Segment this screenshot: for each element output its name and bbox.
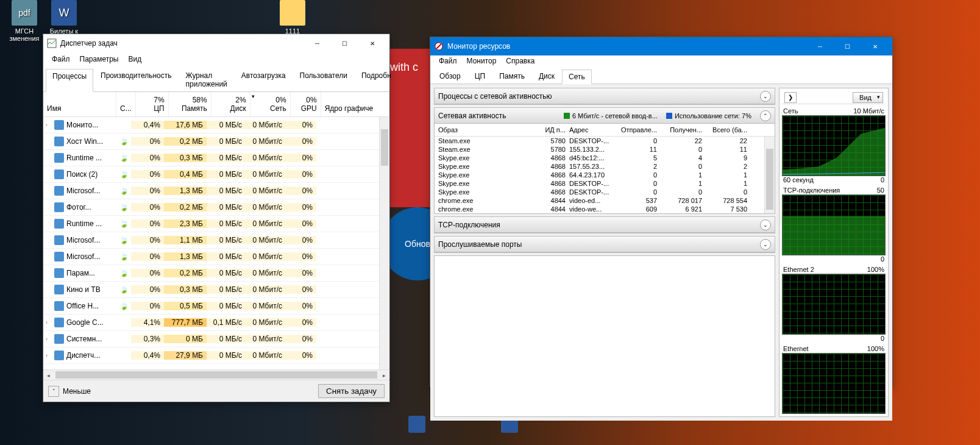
process-name: Runtime ... [66,219,102,228]
gpu-value: 0% [286,154,316,162]
process-row[interactable]: Поиск (2)🍃0%0,4 МБ0 МБ/с0 Мбит/с0% [43,166,389,183]
desktop-icon-pdf[interactable]: pdf МГСН зменения [6,0,43,42]
tab-0[interactable]: Процессы [46,69,93,92]
chevron-down-icon[interactable]: ⌄ [760,239,771,250]
menu-help[interactable]: Справка [501,55,539,66]
tab-2[interactable]: Журнал приложений [179,68,234,91]
net-row[interactable]: chrome.exe4844video-ed...537728 017728 5… [435,196,775,205]
column-gpu-engine[interactable]: Ядро графиче [321,92,389,116]
process-row[interactable]: Runtime ...🍃0%2,3 МБ0 МБ/с0 Мбит/с0% [43,216,389,232]
tab-4[interactable]: Пользователи [293,68,354,91]
cell-pid: 5780 [539,137,569,144]
process-row[interactable]: Хост Win...🍃0%0,2 МБ0 МБ/с0 Мбит/с0% [43,134,389,150]
desktop-icon-folder[interactable]: 1111 [274,0,311,35]
close-button[interactable]: ✕ [358,34,386,52]
column-cpu[interactable]: 7% ЦП [136,92,169,116]
process-row[interactable]: Фотог...🍃0%0,2 МБ0 МБ/с0 Мбит/с0% [43,199,389,216]
maximize-button[interactable]: ☐ [331,34,358,52]
tab-5[interactable]: Подробн [355,68,398,91]
column-disk[interactable]: 2% Диск [211,92,250,116]
end-task-button[interactable]: Снять задачу [318,384,385,398]
view-dropdown[interactable]: Вид [853,92,883,103]
chevron-up-icon[interactable]: ⌃ [760,110,771,121]
section-header[interactable]: Сетевая активность 6 Мбит/с - сетевой вв… [435,108,775,124]
column-status[interactable]: С... [116,92,136,116]
tab-3[interactable]: Автозагрузка [235,68,293,91]
expand-icon[interactable]: › [46,122,54,128]
titlebar[interactable]: Монитор ресурсов ─ ☐ ✕ [430,37,892,55]
tab-2[interactable]: Память [492,69,531,84]
cell-total: 22 [702,137,747,144]
graph-footer-right: 0 [881,255,884,263]
column-gpu[interactable]: 0% GPU [291,92,321,116]
net-row[interactable]: Steam.exe5780DESKTOP-...02222 [435,137,775,145]
net-row[interactable]: Skype.exe4868DESKTOP-...000 [435,188,775,196]
menu-monitor[interactable]: Монитор [462,55,502,66]
col-address[interactable]: Адрес [569,126,612,134]
minimize-button[interactable]: ─ [304,34,331,52]
section-header[interactable]: Процессы с сетевой активностью ⌄ [435,88,775,104]
net-row[interactable]: Skype.exe4868157.55.23...202 [435,162,775,171]
col-total[interactable]: Всего (ба... [702,126,747,134]
process-row[interactable]: Парам...🍃0%0,2 МБ0 МБ/с0 Мбит/с0% [43,265,389,282]
status-icon: 🍃 [116,137,131,146]
close-button[interactable]: ✕ [861,37,889,55]
net-row[interactable]: chrome.exe4844video-we...6096 9217 530 [435,205,775,213]
tab-1[interactable]: ЦП [468,69,492,84]
menu-file[interactable]: Файл [434,55,462,66]
cell-image: Skype.exe [438,171,539,179]
menu-options[interactable]: Параметры [75,54,124,65]
expand-icon[interactable]: › [46,336,54,342]
vertical-scrollbar[interactable] [379,117,389,369]
process-row[interactable]: Office H...🍃0%0,5 МБ0 МБ/с0 Мбит/с0% [43,298,389,315]
section-header[interactable]: TCP-подключения ⌄ [435,217,775,233]
process-row[interactable]: ›Системн...0,3%0 МБ0 МБ/с0 Мбит/с0% [43,331,389,347]
memory-value: 0,2 МБ [164,137,207,146]
net-row[interactable]: Skype.exe486864.4.23.170011 [435,171,775,179]
column-name[interactable]: Имя [43,92,116,116]
titlebar[interactable]: Диспетчер задач ─ ☐ ✕ [43,34,389,52]
process-row[interactable]: ›Диспетч...0,4%27,9 МБ0 МБ/с0 Мбит/с0% [43,347,389,364]
gpu-value: 0% [286,203,316,212]
tab-1[interactable]: Производительность [94,68,178,91]
tab-3[interactable]: Диск [532,69,561,84]
maximize-button[interactable]: ☐ [834,37,861,55]
process-row[interactable]: Microsof...🍃0%1,3 МБ0 МБ/с0 Мбит/с0% [43,249,389,265]
chevron-down-icon[interactable]: ⌄ [760,91,771,102]
process-name: Монито... [66,121,98,129]
net-row[interactable]: Steam.exe5780155.133.2...11011 [435,145,775,154]
section-header[interactable]: Прослушиваемые порты ⌄ [435,237,775,252]
net-row[interactable]: Skype.exe4868d45:bc12:...549 [435,154,775,162]
nav-prev-button[interactable]: ❯ [784,92,797,103]
cell-address: video-we... [569,205,612,213]
vertical-scrollbar[interactable] [764,137,775,213]
tab-4[interactable]: Сеть [562,69,592,84]
expand-icon[interactable]: › [46,352,54,358]
net-row[interactable]: Skype.exe4868DESKTOP-...011 [435,179,775,188]
menu-view[interactable]: Вид [123,54,146,65]
col-sent[interactable]: Отправле... [612,126,657,134]
process-row[interactable]: Кино и ТВ🍃0%0,3 МБ0 МБ/с0 Мбит/с0% [43,282,389,298]
expand-icon[interactable]: › [46,319,54,326]
minimize-button[interactable]: ─ [806,37,834,55]
word-icon[interactable] [408,416,425,433]
fewer-details-button[interactable]: ˄ Меньше [48,386,91,397]
col-image[interactable]: Образ [438,126,539,134]
horizontal-scrollbar[interactable]: ◂▸ [43,369,389,380]
gpu-value: 0% [286,302,316,310]
col-pid[interactable]: ИД п... [539,126,569,134]
process-row[interactable]: Microsof...🍃0%1,1 МБ0 МБ/с0 Мбит/с0% [43,232,389,249]
menu-file[interactable]: Файл [47,54,75,65]
column-network[interactable]: ▾ 0% Сеть [250,92,291,116]
tab-0[interactable]: Обзор [433,69,467,84]
process-row[interactable]: Runtime ...🍃0%0,3 МБ0 МБ/с0 Мбит/с0% [43,150,389,166]
network-value: 0 Мбит/с [246,285,286,294]
column-memory[interactable]: 58% Память [169,92,211,116]
process-row[interactable]: ›Монито...0,4%17,6 МБ0 МБ/с0 Мбит/с0% [43,117,389,134]
process-row[interactable]: Microsof...🍃0%1,3 МБ0 МБ/с0 Мбит/с0% [43,183,389,199]
process-row[interactable]: ›Google C...4,1%777,7 МБ0,1 МБ/с0 Мбит/с… [43,315,389,331]
col-received[interactable]: Получен... [657,126,702,134]
graph-canvas [782,353,886,414]
cell-received: 6 921 [657,205,702,213]
chevron-down-icon[interactable]: ⌄ [760,219,771,230]
